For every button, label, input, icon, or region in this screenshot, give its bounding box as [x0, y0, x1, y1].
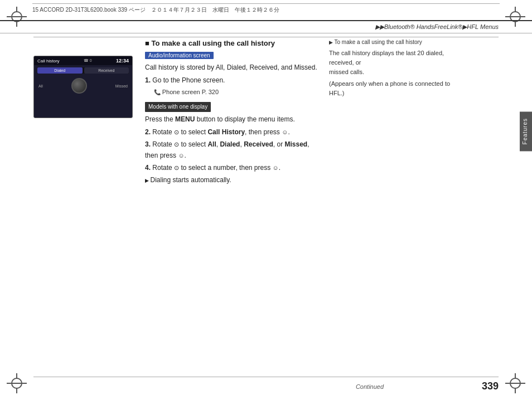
screen-bluetooth-icon: ☎ 0 [84, 58, 92, 63]
bottom-bar: Continued 339 [33, 377, 499, 392]
main-divider-line [33, 37, 499, 37]
step-4: 4. Rotate ⊙ to select a number, then pre… [145, 163, 318, 173]
corner-decoration-bl [7, 373, 27, 393]
screen-knob [71, 78, 87, 94]
step-dialing-text: Dialing starts automatically. [151, 176, 231, 184]
screen-missed-label: Missed [115, 84, 128, 88]
step-1-num: 1. [145, 76, 151, 84]
left-panel: Call history ☎ 0 12:34 Dialed Received A… [33, 56, 134, 118]
page-number: 339 [482, 381, 499, 392]
screen-tab-dialed: Dialed [37, 67, 83, 74]
intro-text: Call history is stored by All, Dialed, R… [145, 62, 318, 73]
corner-decoration-br [505, 373, 525, 393]
step-1: 1. Go to the Phone screen. [145, 75, 318, 86]
screen-title-label: Call history [37, 58, 60, 64]
instructions-panel: To make a call using the call history Au… [145, 39, 499, 187]
phone-ref-text: Phone screen P. 320 [162, 89, 219, 95]
step-models: Press the MENU button to display the men… [145, 114, 318, 125]
screen-tabs-row: Dialed Received [37, 67, 129, 74]
section-body: Call history is stored by All, Dialed, R… [145, 62, 318, 186]
step-4-num: 4. [145, 164, 151, 172]
screen-tab-received: Received [84, 67, 129, 74]
step-2-num: 2. [145, 128, 151, 136]
step-2: 2. Rotate ⊙ to select Call History, then… [145, 127, 318, 138]
step-4-text: Rotate ⊙ to select a number, then press … [152, 164, 280, 172]
note-heading: To make a call using the call history [329, 39, 457, 45]
note-line-3: (Appears only when a phone is connected … [329, 79, 457, 98]
step-3: 3. Rotate ⊙ to select All, Dialed, Recei… [145, 139, 318, 160]
note-line-1: The call history displays the last 20 di… [329, 48, 457, 67]
step-1-text: Go to the Phone screen. [152, 76, 225, 84]
note-line-2: missed calls. [329, 67, 457, 77]
note-body: The call history displays the last 20 di… [329, 48, 457, 98]
tag-models-one-display: Models with one display [145, 102, 211, 112]
file-info-text: 15 ACCORD 2D-31T3L6200.book 339 ページ ２０１４… [32, 7, 279, 13]
phone-screen-ref: Phone screen P. 320 [154, 87, 318, 97]
device-screen-image: Call history ☎ 0 12:34 Dialed Received A… [33, 56, 133, 118]
screen-center-area: All Missed [34, 76, 132, 96]
section-title: To make a call using the call history [145, 39, 318, 47]
main-content-area: Call history ☎ 0 12:34 Dialed Received A… [33, 39, 499, 367]
features-sidebar-tab: Features [520, 111, 532, 151]
screen-header: Call history ☎ 0 12:34 [34, 56, 132, 65]
note-panel: To make a call using the call history Th… [329, 39, 457, 98]
file-info-bar: 15 ACCORD 2D-31T3L6200.book 339 ページ ２０１４… [32, 3, 500, 14]
step-2-text: Rotate ⊙ to select Call History, then pr… [152, 128, 289, 136]
continued-label: Continued [258, 383, 482, 390]
step-3-num: 3. [145, 140, 151, 148]
step-models-text: Press the MENU button to display the men… [145, 115, 295, 123]
screen-all-label: All [38, 84, 43, 88]
step-3-text: Rotate ⊙ to select All, Dialed, Received… [145, 140, 309, 159]
step-dialing: Dialing starts automatically. [145, 175, 318, 186]
header-navigation: ▶▶Bluetooth® HandsFreeLink®▶HFL Menus [0, 20, 532, 33]
nav-breadcrumb: ▶▶Bluetooth® HandsFreeLink®▶HFL Menus [375, 23, 499, 31]
screen-time: 12:34 [116, 58, 129, 64]
tag-audio-info-screen: Audio/information screen [145, 52, 214, 59]
